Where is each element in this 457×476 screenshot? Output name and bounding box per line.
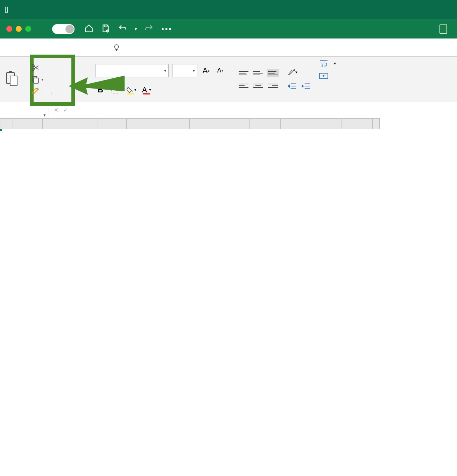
paste-icon — [4, 70, 19, 87]
merge-center-button[interactable] — [319, 72, 336, 80]
home-icon[interactable] — [84, 24, 93, 34]
decrease-indent-button[interactable] — [287, 82, 297, 91]
col-header-k[interactable] — [373, 119, 380, 129]
excel-file-icon — [440, 24, 447, 34]
ribbon-body: ▾ ▾ ▾ A▴ A▾ B ▾ ▾ A▾ — [0, 57, 457, 102]
svg-rect-10 — [34, 78, 38, 83]
orientation-button[interactable]: ▾ — [287, 68, 297, 77]
indent-icon — [302, 83, 311, 90]
format-painter-button[interactable] — [31, 87, 43, 96]
spreadsheet-grid[interactable] — [0, 118, 457, 129]
vertical-align-group — [237, 69, 279, 77]
window-controls — [6, 26, 31, 32]
svg-rect-3 — [440, 25, 447, 33]
annotation-arrow-icon — [69, 72, 125, 97]
col-header-j[interactable] — [342, 119, 373, 129]
font-color-underline-icon — [143, 93, 150, 95]
tooltip-copy — [44, 92, 51, 95]
quick-access-toolbar: ▾ ••• — [84, 24, 173, 34]
copy-marquee — [0, 129, 2, 131]
chevron-down-icon: ▾ — [193, 68, 195, 73]
align-bottom-button[interactable] — [267, 69, 279, 77]
merge-icon — [319, 72, 328, 80]
document-title — [440, 24, 451, 34]
paste-button[interactable] — [4, 70, 19, 89]
svg-rect-6 — [10, 76, 17, 86]
enter-formula-button[interactable]: ✓ — [63, 107, 68, 113]
col-header-f[interactable] — [219, 119, 250, 129]
redo-icon[interactable] — [145, 24, 154, 34]
lightbulb-icon — [113, 44, 120, 51]
more-icon[interactable]: ••• — [161, 24, 173, 34]
wrap-text-button[interactable]: ▾ — [319, 59, 336, 67]
svg-rect-12 — [127, 93, 134, 94]
fill-icon — [126, 85, 134, 94]
ribbon-tabs — [0, 38, 457, 57]
align-middle-button[interactable] — [252, 69, 265, 77]
align-top-button[interactable] — [237, 69, 250, 77]
svg-rect-0 — [104, 25, 107, 27]
align-left-button[interactable] — [237, 82, 250, 90]
minimize-window-button[interactable] — [16, 26, 22, 32]
font-size-combo[interactable]: ▾ — [172, 64, 197, 77]
chevron-down-icon: ▾ — [164, 68, 166, 73]
col-header-c[interactable] — [98, 119, 127, 129]
mac-menubar:  — [0, 0, 457, 19]
close-window-button[interactable] — [6, 26, 12, 32]
cut-button[interactable] — [31, 63, 43, 72]
save-icon[interactable] — [101, 24, 110, 34]
decrease-font-button[interactable]: A▾ — [215, 66, 225, 76]
switch-knob — [65, 25, 74, 33]
svg-rect-5 — [9, 71, 12, 73]
undo-dropdown-icon[interactable]: ▾ — [135, 27, 137, 31]
svg-rect-13 — [143, 93, 150, 94]
copy-icon — [31, 75, 40, 84]
select-all-corner[interactable] — [0, 119, 13, 129]
col-header-d[interactable] — [127, 119, 190, 129]
autosave-switch[interactable] — [52, 24, 75, 34]
col-header-e[interactable] — [190, 119, 219, 129]
align-center-button[interactable] — [252, 82, 265, 90]
col-header-g[interactable] — [250, 119, 281, 129]
tell-me[interactable] — [113, 41, 123, 54]
fill-color-button[interactable]: ▾ — [126, 85, 136, 95]
wrap-text-icon — [319, 59, 328, 67]
col-header-b[interactable] — [43, 119, 98, 129]
apple-icon[interactable]:  — [5, 4, 8, 15]
undo-icon[interactable] — [118, 24, 127, 34]
increase-font-button[interactable]: A▴ — [201, 66, 211, 76]
window-chrome: ▾ ••• — [0, 19, 457, 38]
chevron-down-icon: ▾ — [41, 77, 43, 82]
col-header-i[interactable] — [311, 119, 342, 129]
cancel-formula-button[interactable]: ✕ — [54, 107, 58, 113]
col-header-a[interactable] — [13, 119, 43, 129]
font-color-button[interactable]: A▾ — [141, 85, 152, 95]
increase-indent-button[interactable] — [301, 82, 311, 91]
autosave-control[interactable] — [48, 24, 75, 34]
outdent-icon — [288, 83, 297, 90]
orientation-icon — [287, 68, 295, 77]
scissors-icon — [31, 63, 40, 72]
col-header-h[interactable] — [281, 119, 311, 129]
horizontal-align-group — [237, 82, 279, 90]
paintbrush-icon — [31, 87, 40, 96]
chevron-down-icon: ▼ — [43, 113, 47, 117]
chevron-down-icon: ▾ — [334, 61, 336, 66]
copy-button[interactable]: ▾ — [31, 75, 43, 84]
column-headers — [0, 119, 380, 129]
zoom-window-button[interactable] — [25, 26, 31, 32]
align-right-button[interactable] — [267, 82, 279, 90]
